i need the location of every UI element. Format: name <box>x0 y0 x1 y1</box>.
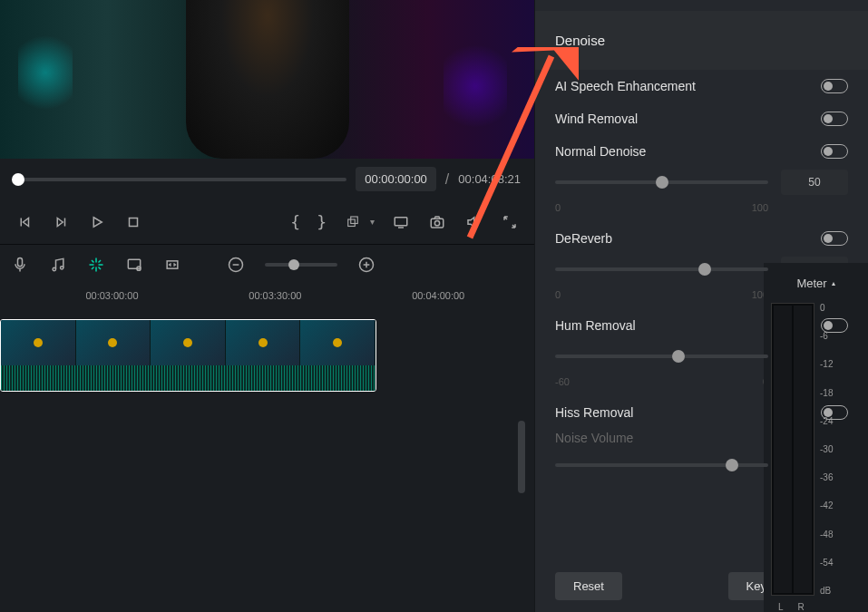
svg-line-18 <box>99 260 102 263</box>
timeline[interactable]: 00:03:00:00 00:03:30:00 00:04:00:00 <box>0 285 534 612</box>
waveform <box>1 365 375 392</box>
timeline-scrollbar[interactable] <box>518 421 525 493</box>
ai-speech-label: AI Speech Enhancement <box>555 79 696 93</box>
hiss-removal-toggle[interactable] <box>821 405 848 420</box>
zoom-handle[interactable] <box>288 259 299 270</box>
dereverb-label: DeReverb <box>555 231 612 246</box>
wind-removal-label: Wind Removal <box>555 112 638 126</box>
mark-in-button[interactable]: { <box>290 212 300 231</box>
clip[interactable] <box>0 319 376 392</box>
ai-speech-toggle[interactable] <box>821 79 848 93</box>
svg-line-16 <box>92 260 94 263</box>
preview-subject <box>186 0 349 159</box>
normal-denoise-value[interactable]: 50 <box>781 170 848 195</box>
video-preview <box>0 0 534 159</box>
meter-bar-l <box>774 306 792 593</box>
svg-point-11 <box>61 267 63 269</box>
playback-bar: 00:00:00:00 / 00:04:08:21 <box>0 159 534 199</box>
mark-out-button[interactable]: } <box>317 212 327 231</box>
duration: 00:04:08:21 <box>458 172 521 186</box>
hiss-removal-slider[interactable] <box>555 463 768 467</box>
normal-denoise-slider[interactable] <box>555 180 768 184</box>
ruler-mark: 00:03:00:00 <box>85 290 138 301</box>
transport-controls: { } ▾ <box>0 199 534 245</box>
svg-point-8 <box>434 220 439 225</box>
music-icon[interactable] <box>49 256 67 274</box>
svg-point-10 <box>53 267 55 270</box>
svg-rect-3 <box>348 219 356 227</box>
stop-button[interactable] <box>123 212 143 232</box>
wind-removal-toggle[interactable] <box>821 112 848 126</box>
hum-removal-slider[interactable] <box>555 355 768 358</box>
preview-scene <box>0 0 534 159</box>
clip-audio-track[interactable] <box>1 365 375 392</box>
preview-toggle-icon[interactable] <box>125 256 143 274</box>
hum-removal-label: Hum Removal <box>555 318 636 333</box>
zoom-out-button[interactable] <box>227 256 245 274</box>
slider-handle[interactable] <box>698 263 711 276</box>
svg-rect-9 <box>18 258 23 267</box>
crop-button[interactable] <box>343 212 363 232</box>
scrub-head[interactable] <box>12 173 24 186</box>
prev-frame-button[interactable] <box>15 212 34 232</box>
hum-removal-toggle[interactable] <box>821 318 848 333</box>
meter-lr-labels: L R <box>764 600 868 612</box>
step-forward-button[interactable] <box>51 212 71 232</box>
zoom-slider[interactable] <box>265 263 337 267</box>
meter-scale: 0 -6 -12 -18 -24 -30 -36 -42 -48 -54 dB <box>814 303 861 596</box>
svg-line-17 <box>99 267 102 270</box>
meter-bar-r <box>794 306 812 593</box>
clip-thumbnail <box>226 320 301 365</box>
fit-icon[interactable] <box>163 256 181 274</box>
chevron-down-icon[interactable]: ▾ <box>370 217 375 227</box>
mic-icon[interactable] <box>11 256 29 274</box>
reset-button[interactable]: Reset <box>555 572 622 600</box>
ruler-mark: 00:04:00:00 <box>412 290 464 301</box>
slider-handle[interactable] <box>656 176 668 189</box>
svg-rect-7 <box>431 219 444 228</box>
dereverb-slider[interactable] <box>555 267 768 271</box>
slider-handle[interactable] <box>726 459 738 471</box>
meter-toggle[interactable]: Meter ▴ <box>764 263 868 303</box>
play-button[interactable] <box>87 212 107 232</box>
panel-title: Denoise <box>555 33 605 48</box>
normal-denoise-label: Normal Denoise <box>555 144 646 159</box>
meter-label: Meter <box>796 277 826 290</box>
timeline-ruler[interactable]: 00:03:00:00 00:03:30:00 00:04:00:00 <box>0 285 534 312</box>
meter-bars <box>771 303 814 596</box>
scrub-track[interactable] <box>18 178 346 181</box>
clip-thumbnail <box>300 320 375 365</box>
arrow-up-icon: ▴ <box>832 279 835 287</box>
display-button[interactable] <box>391 212 411 232</box>
panel-header[interactable]: Denoise <box>535 11 868 70</box>
clip-thumbnail <box>76 320 151 365</box>
zoom-in-button[interactable] <box>357 256 375 274</box>
svg-line-19 <box>92 267 94 270</box>
clip-video-track[interactable] <box>1 320 375 365</box>
svg-rect-4 <box>351 217 358 224</box>
clip-thumbnail <box>1 320 76 365</box>
time-separator: / <box>445 171 449 188</box>
snapshot-button[interactable] <box>427 212 447 232</box>
preview-glow <box>444 36 507 136</box>
meter-panel: Meter ▴ 0 -6 -12 -18 -24 -30 -36 -42 -48… <box>764 263 868 612</box>
hiss-removal-label: Hiss Removal <box>555 405 633 420</box>
timeline-toolbar <box>0 245 534 285</box>
svg-rect-2 <box>130 218 138 226</box>
ruler-mark: 00:03:30:00 <box>249 290 301 301</box>
current-time[interactable]: 00:00:00:00 <box>356 167 436 191</box>
volume-button[interactable] <box>463 212 483 232</box>
preview-glow <box>18 27 73 118</box>
normal-denoise-toggle[interactable] <box>821 144 848 159</box>
enhance-icon[interactable] <box>87 256 105 274</box>
slider-handle[interactable] <box>672 350 685 363</box>
fullscreen-button[interactable] <box>500 212 520 232</box>
svg-rect-5 <box>395 217 407 225</box>
noise-volume-label: Noise Volume <box>555 431 633 445</box>
clip-thumbnail <box>151 320 226 365</box>
dereverb-toggle[interactable] <box>821 231 848 246</box>
